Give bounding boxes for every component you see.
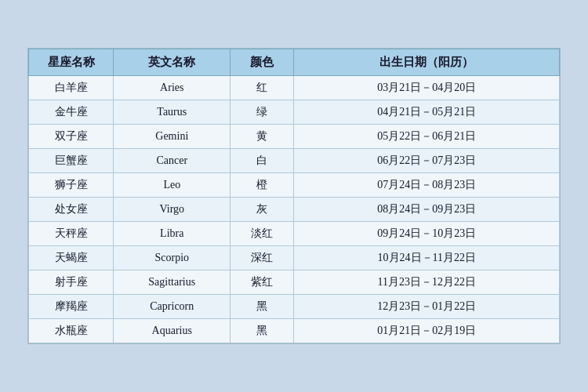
cell-en-name: Capricorn — [114, 295, 230, 319]
cell-color: 白 — [230, 149, 294, 173]
table-row: 双子座Gemini黄05月22日－06月21日 — [29, 125, 560, 149]
table-row: 白羊座Aries红03月21日－04月20日 — [29, 76, 560, 100]
table-row: 狮子座Leo橙07月24日－08月23日 — [29, 173, 560, 198]
cell-color: 黄 — [230, 125, 294, 149]
cell-color: 紫红 — [230, 270, 294, 295]
zodiac-table: 星座名称 英文名称 颜色 出生日期（阳历） 白羊座Aries红03月21日－04… — [28, 49, 560, 343]
cell-zh-name: 处女座 — [29, 198, 114, 222]
cell-zh-name: 巨蟹座 — [29, 149, 114, 173]
cell-date: 08月24日－09月23日 — [294, 198, 560, 222]
cell-en-name: Cancer — [114, 149, 230, 173]
cell-date: 06月22日－07月23日 — [294, 149, 560, 173]
cell-en-name: Virgo — [114, 198, 230, 222]
cell-color: 绿 — [230, 100, 294, 125]
cell-zh-name: 天秤座 — [29, 222, 114, 246]
cell-date: 09月24日－10月23日 — [294, 222, 560, 246]
table-row: 天蝎座Scorpio深红10月24日－11月22日 — [29, 246, 560, 270]
cell-date: 01月21日－02月19日 — [294, 319, 560, 343]
cell-en-name: Scorpio — [114, 246, 230, 270]
table-row: 金牛座Taurus绿04月21日－05月21日 — [29, 100, 560, 125]
table-row: 处女座Virgo灰08月24日－09月23日 — [29, 198, 560, 222]
header-color: 颜色 — [230, 49, 294, 76]
cell-color: 灰 — [230, 198, 294, 222]
cell-color: 黑 — [230, 319, 294, 343]
cell-zh-name: 狮子座 — [29, 173, 114, 198]
cell-date: 03月21日－04月20日 — [294, 76, 560, 100]
cell-en-name: Gemini — [114, 125, 230, 149]
cell-en-name: Sagittarius — [114, 270, 230, 295]
cell-en-name: Taurus — [114, 100, 230, 125]
table-row: 摩羯座Capricorn黑12月23日－01月22日 — [29, 295, 560, 319]
cell-date: 10月24日－11月22日 — [294, 246, 560, 270]
cell-zh-name: 金牛座 — [29, 100, 114, 125]
cell-zh-name: 白羊座 — [29, 76, 114, 100]
cell-en-name: Aries — [114, 76, 230, 100]
cell-zh-name: 水瓶座 — [29, 319, 114, 343]
cell-color: 黑 — [230, 295, 294, 319]
table-body: 白羊座Aries红03月21日－04月20日金牛座Taurus绿04月21日－0… — [29, 76, 560, 343]
cell-date: 07月24日－08月23日 — [294, 173, 560, 198]
cell-date: 05月22日－06月21日 — [294, 125, 560, 149]
cell-en-name: Libra — [114, 222, 230, 246]
table-row: 水瓶座Aquarius黑01月21日－02月19日 — [29, 319, 560, 343]
cell-zh-name: 双子座 — [29, 125, 114, 149]
table-row: 射手座Sagittarius紫红11月23日－12月22日 — [29, 270, 560, 295]
cell-zh-name: 射手座 — [29, 270, 114, 295]
table-row: 天秤座Libra淡红09月24日－10月23日 — [29, 222, 560, 246]
header-en-name: 英文名称 — [114, 49, 230, 76]
cell-zh-name: 摩羯座 — [29, 295, 114, 319]
cell-zh-name: 天蝎座 — [29, 246, 114, 270]
table-header-row: 星座名称 英文名称 颜色 出生日期（阳历） — [29, 49, 560, 76]
header-zh-name: 星座名称 — [29, 49, 114, 76]
cell-color: 橙 — [230, 173, 294, 198]
cell-color: 红 — [230, 76, 294, 100]
cell-color: 淡红 — [230, 222, 294, 246]
cell-date: 11月23日－12月22日 — [294, 270, 560, 295]
header-date: 出生日期（阳历） — [294, 49, 560, 76]
cell-date: 12月23日－01月22日 — [294, 295, 560, 319]
zodiac-table-container: 星座名称 英文名称 颜色 出生日期（阳历） 白羊座Aries红03月21日－04… — [27, 48, 561, 344]
cell-en-name: Leo — [114, 173, 230, 198]
cell-date: 04月21日－05月21日 — [294, 100, 560, 125]
cell-en-name: Aquarius — [114, 319, 230, 343]
table-row: 巨蟹座Cancer白06月22日－07月23日 — [29, 149, 560, 173]
cell-color: 深红 — [230, 246, 294, 270]
